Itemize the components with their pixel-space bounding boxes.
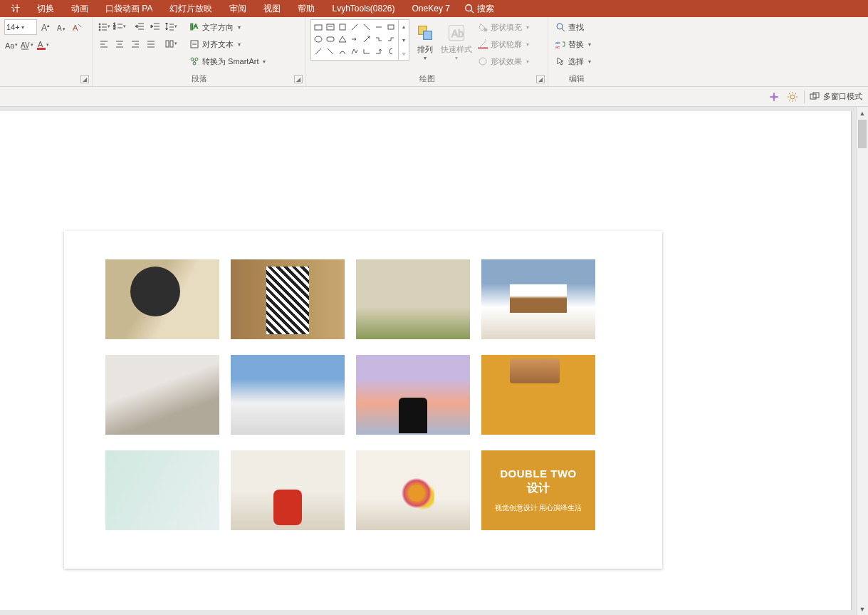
svg-line-1 (471, 11, 474, 14)
multi-window-icon[interactable]: 多窗口模式 (809, 90, 862, 104)
shape-connector-icon[interactable] (385, 33, 397, 45)
quick-styles-button[interactable]: Ab 快速样式▾ (441, 19, 472, 65)
shape-brace-icon[interactable] (385, 46, 397, 57)
clear-formatting-icon[interactable]: A (70, 20, 84, 34)
scroll-thumb[interactable] (858, 120, 867, 148)
sparkle-icon[interactable] (767, 90, 781, 104)
shape-arrow-icon[interactable] (349, 33, 360, 45)
shapes-gallery[interactable] (310, 19, 399, 61)
svg-text:▴: ▴ (47, 23, 50, 28)
shape-rect-icon[interactable] (385, 21, 397, 33)
slide-edit-area: DOUBLE TWO 设计 视觉创意设计 用心演绎生活 ▲ ▼ (0, 107, 868, 615)
menu-search[interactable]: 搜索 (464, 3, 494, 15)
align-left-icon[interactable] (97, 36, 111, 51)
slide-image[interactable] (481, 355, 595, 435)
slide-text-card[interactable]: DOUBLE TWO 设计 视觉创意设计 用心演绎生活 (481, 450, 595, 530)
bullets-icon[interactable] (97, 19, 111, 33)
slide-image[interactable] (105, 355, 219, 435)
shape-connector-icon[interactable] (373, 46, 385, 57)
columns-icon[interactable] (164, 36, 178, 51)
align-right-icon[interactable] (128, 36, 142, 51)
shape-line-icon[interactable] (325, 46, 336, 57)
slide[interactable]: DOUBLE TWO 设计 视觉创意设计 用心演绎生活 (64, 231, 662, 569)
slide-image[interactable] (356, 355, 470, 435)
shape-line-icon[interactable] (361, 21, 372, 33)
settings-gear-icon[interactable] (785, 90, 800, 104)
increase-indent-icon[interactable] (148, 19, 162, 33)
arrange-button[interactable]: 排列▾ (409, 19, 441, 65)
shape-roundrect-icon[interactable] (325, 33, 336, 45)
menu-tab[interactable]: 口袋动画 PA (97, 0, 161, 17)
drawing-dialog-launcher[interactable]: ◢ (536, 75, 545, 83)
group-label-drawing: 绘图 (310, 72, 543, 86)
shape-connector-icon[interactable] (361, 46, 372, 57)
menu-tab[interactable]: 切换 (28, 0, 63, 17)
shape-line-icon[interactable] (373, 21, 385, 33)
shape-line-icon[interactable] (313, 46, 324, 57)
slide-image[interactable] (105, 259, 219, 339)
shape-curve-icon[interactable] (337, 46, 348, 57)
find-button[interactable]: 查找 (553, 19, 594, 35)
shape-arrow-icon[interactable] (361, 33, 372, 45)
slide-image[interactable] (481, 259, 595, 339)
svg-point-49 (193, 62, 196, 65)
align-text-button[interactable]: 对齐文本▾ (187, 36, 268, 52)
slide-image[interactable] (231, 259, 345, 339)
shape-oval-icon[interactable] (313, 33, 324, 45)
svg-text:A: A (57, 24, 62, 32)
svg-point-13 (99, 26, 100, 28)
svg-point-58 (315, 36, 322, 42)
font-color-icon[interactable]: A (36, 38, 50, 52)
card-title-1: DOUBLE TWO (500, 467, 577, 480)
slide-image[interactable] (356, 450, 470, 530)
vertical-scrollbar[interactable]: ▲ ▼ (856, 107, 868, 615)
menu-tab[interactable]: 视图 (255, 0, 289, 17)
replace-button[interactable]: abac替换▾ (553, 36, 594, 52)
shape-textbox-icon[interactable] (325, 21, 336, 33)
shape-effects-button[interactable]: 形状效果▾ (475, 53, 532, 69)
slide-image[interactable] (231, 450, 345, 530)
change-case-icon[interactable]: Aa (4, 38, 19, 52)
shapes-gallery-scroll[interactable]: ▴▾▿ (399, 19, 409, 61)
increase-font-icon[interactable]: A▴ (38, 20, 53, 34)
menu-tab[interactable]: LvyhTools(0826) (323, 0, 403, 17)
shape-freeform-icon[interactable] (349, 46, 360, 57)
shape-triangle-icon[interactable] (337, 33, 348, 45)
slide-image[interactable] (231, 355, 345, 435)
decrease-font-icon[interactable]: A▾ (54, 20, 68, 34)
slide-image[interactable] (356, 259, 470, 339)
numbering-icon[interactable]: 12 (113, 19, 127, 33)
shape-connector-icon[interactable] (373, 33, 385, 45)
shape-square-icon[interactable] (337, 21, 348, 33)
svg-point-47 (191, 58, 194, 61)
paragraph-dialog-launcher[interactable]: ◢ (294, 75, 303, 83)
menu-tab[interactable]: 动画 (63, 0, 97, 17)
font-dialog-launcher[interactable]: ◢ (80, 75, 89, 83)
char-spacing-icon[interactable]: AV (20, 38, 34, 52)
shape-line-icon[interactable] (349, 21, 360, 33)
align-center-icon[interactable] (113, 36, 127, 51)
menu-tab[interactable]: 帮助 (289, 0, 323, 17)
scroll-up-icon[interactable]: ▲ (857, 107, 868, 119)
svg-rect-42 (166, 41, 169, 47)
text-direction-button[interactable]: ||A文字方向▾ (187, 19, 268, 35)
svg-text:2: 2 (113, 26, 116, 30)
line-spacing-icon[interactable] (164, 19, 178, 33)
justify-icon[interactable] (144, 36, 158, 51)
svg-text:▾: ▾ (63, 26, 66, 31)
svg-point-15 (99, 29, 100, 31)
menu-tab[interactable]: 审阅 (221, 0, 255, 17)
convert-smartart-button[interactable]: 转换为 SmartArt▾ (187, 53, 268, 69)
menu-tab[interactable]: 计 (3, 0, 28, 17)
select-button[interactable]: 选择▾ (553, 53, 594, 69)
shape-rect-icon[interactable] (313, 21, 324, 33)
shape-outline-button[interactable]: 形状轮廓▾ (475, 36, 532, 52)
menu-tab[interactable]: OneKey 7 (404, 0, 459, 17)
decrease-indent-icon[interactable] (132, 19, 147, 33)
shape-fill-button[interactable]: 形状填充▾ (475, 19, 532, 35)
slide-image[interactable] (105, 450, 219, 530)
svg-text:A: A (41, 23, 47, 32)
menu-tab[interactable]: 幻灯片放映 (161, 0, 221, 17)
scroll-down-icon[interactable]: ▼ (857, 603, 868, 615)
font-size-combo[interactable]: 14+▾ (4, 19, 37, 35)
